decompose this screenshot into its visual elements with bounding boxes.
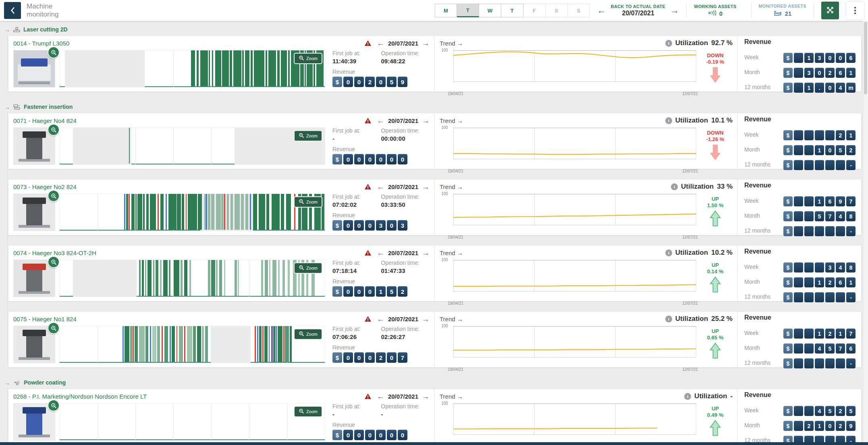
revenue-label: Revenue — [332, 278, 430, 285]
week-revenue-counter: $348 — [783, 262, 856, 272]
digit-box: 5 — [846, 406, 856, 416]
trend-link[interactable]: Trend → — [440, 183, 463, 190]
next-day-arrow-icon[interactable]: → — [422, 315, 430, 323]
photo-zoom-icon[interactable] — [48, 256, 60, 268]
info-icon[interactable]: i — [665, 117, 672, 124]
scrollbar-thumb[interactable] — [864, 22, 867, 94]
trend-link[interactable]: Trend → — [440, 40, 463, 47]
timeline-zoom-button[interactable]: Zoom — [294, 130, 322, 141]
job-bar — [219, 260, 222, 296]
next-day-arrow-icon[interactable]: → — [422, 249, 430, 257]
job-bar — [216, 260, 218, 296]
machine-photo[interactable] — [13, 326, 55, 363]
digit-box: 2 — [825, 277, 835, 287]
prev-day-arrow-icon[interactable]: ← — [377, 117, 384, 125]
info-icon[interactable]: i — [665, 250, 672, 256]
digit-box — [794, 277, 803, 287]
trend-link[interactable]: Trend → — [440, 250, 463, 256]
machine-name-link[interactable]: 0071 - Haeger No4 824 — [13, 117, 77, 124]
month-label: Month — [744, 279, 760, 285]
machine-photo[interactable] — [13, 193, 55, 231]
timeline-chart[interactable]: Zoom — [59, 127, 325, 165]
machine-name-link[interactable]: 0014 - Trumpf L3050 — [13, 40, 69, 47]
photo-zoom-icon[interactable] — [48, 124, 60, 136]
week-label: Week — [744, 54, 759, 60]
info-icon[interactable]: i — [665, 316, 672, 322]
prev-day-arrow-icon[interactable]: ← — [377, 393, 384, 400]
timeline-zoom-button[interactable]: Zoom — [294, 329, 322, 340]
day-button-t-3[interactable]: T — [501, 4, 523, 17]
timeline-chart[interactable]: Zoom — [59, 403, 325, 441]
next-day-arrow-icon[interactable]: → — [422, 393, 430, 400]
machine-name-link[interactable]: 0075 - Haeger No1 824 — [13, 316, 77, 322]
timeline-zoom-button[interactable]: Zoom — [294, 406, 322, 417]
revenue-counter: $000207 — [332, 352, 430, 363]
machine-photo[interactable] — [13, 127, 55, 165]
job-bar — [160, 194, 164, 230]
page-scrollbar[interactable] — [863, 21, 868, 445]
photo-zoom-icon[interactable] — [48, 322, 60, 334]
fullscreen-button[interactable] — [821, 2, 839, 19]
photo-zoom-icon[interactable] — [48, 399, 60, 412]
job-bar — [133, 326, 134, 362]
digit-box: 0 — [825, 421, 835, 431]
photo-zoom-icon[interactable] — [48, 46, 60, 58]
info-icon[interactable]: i — [671, 183, 678, 190]
machine-photo[interactable] — [13, 403, 55, 441]
timeline-chart[interactable]: Zoom — [59, 193, 325, 231]
machine-photo[interactable] — [13, 50, 55, 87]
prev-day-arrow-icon[interactable]: ← — [377, 315, 384, 323]
trend-link[interactable]: Trend → — [440, 316, 463, 322]
photo-zoom-icon[interactable] — [48, 190, 60, 202]
prev-day-arrow-icon[interactable]: ← — [377, 249, 384, 257]
prev-day-arrow-icon[interactable]: ← — [377, 40, 384, 47]
timeline-zoom-button[interactable]: Zoom — [294, 196, 322, 208]
trend-percent-value: 0.14 % — [707, 268, 723, 274]
back-to-actual-date[interactable]: BACK TO ACTUAL DATE 20/07/2021 — [611, 4, 665, 17]
digit-box: 0 — [825, 145, 835, 155]
digit-box: 0 — [354, 154, 364, 164]
next-day-arrow-icon[interactable]: → — [422, 183, 430, 191]
info-icon[interactable]: i — [684, 393, 691, 400]
digit-box: 2 — [825, 329, 835, 339]
machine-name-link[interactable]: 0268 - P.I. Marketing/Nordson Nordson En… — [13, 393, 147, 400]
prev-date-arrow-icon[interactable]: ← — [597, 6, 606, 15]
machine-name-link[interactable]: 0073 - Haeger No2 824 — [13, 183, 77, 190]
machine-photo[interactable] — [13, 260, 55, 297]
job-bar — [130, 326, 132, 362]
timeline-chart[interactable]: Zoom — [59, 50, 325, 87]
revenue-column-header: Revenue — [744, 314, 856, 324]
next-day-arrow-icon[interactable]: → — [422, 117, 430, 125]
next-date-arrow-icon[interactable]: → — [670, 6, 679, 15]
timeline-zoom-button[interactable]: Zoom — [294, 53, 322, 64]
prev-day-arrow-icon[interactable]: ← — [377, 183, 384, 191]
timeline-chart[interactable]: Zoom — [59, 260, 325, 297]
overflow-menu-button[interactable] — [846, 2, 864, 19]
trend-chart: 100 19/04/21 12/07/21 — [453, 260, 696, 299]
machine-card: 0071 - Haeger No4 824 ← 20/07/2021 → — [8, 113, 862, 169]
next-day-arrow-icon[interactable]: → — [422, 40, 430, 47]
revenue-column-header: Revenue — [744, 38, 856, 48]
operation-time-label: Operation time: — [381, 326, 430, 332]
machine-name-link[interactable]: 0074 - Haeger No3 824-OT-2H — [13, 250, 96, 256]
timeline-zoom-button[interactable]: Zoom — [294, 262, 322, 274]
section-arrow-icon: → — [4, 26, 10, 33]
digit-box — [794, 53, 803, 63]
job-bar — [290, 326, 292, 362]
card-date: 20/07/2021 — [388, 316, 418, 322]
day-button-t-1[interactable]: T — [457, 4, 479, 17]
week-revenue-counter: $21 — [783, 130, 856, 140]
x-axis-end-label: 12/07/21 — [682, 235, 698, 239]
info-icon[interactable]: i — [665, 40, 672, 47]
trend-link[interactable]: Trend → — [440, 117, 463, 124]
back-button[interactable] — [4, 2, 21, 19]
trend-link[interactable]: Trend → — [440, 393, 463, 400]
year-revenue-counter: $1.04m — [783, 83, 856, 93]
timeline-chart[interactable]: Zoom — [59, 326, 325, 363]
digit-box — [836, 358, 845, 368]
first-job-value: 11:40:39 — [332, 58, 381, 65]
day-button-w-2[interactable]: W — [479, 4, 501, 17]
job-bar — [135, 194, 137, 230]
operation-time-label: Operation time: — [381, 193, 430, 200]
day-button-m-0[interactable]: M — [435, 4, 457, 17]
